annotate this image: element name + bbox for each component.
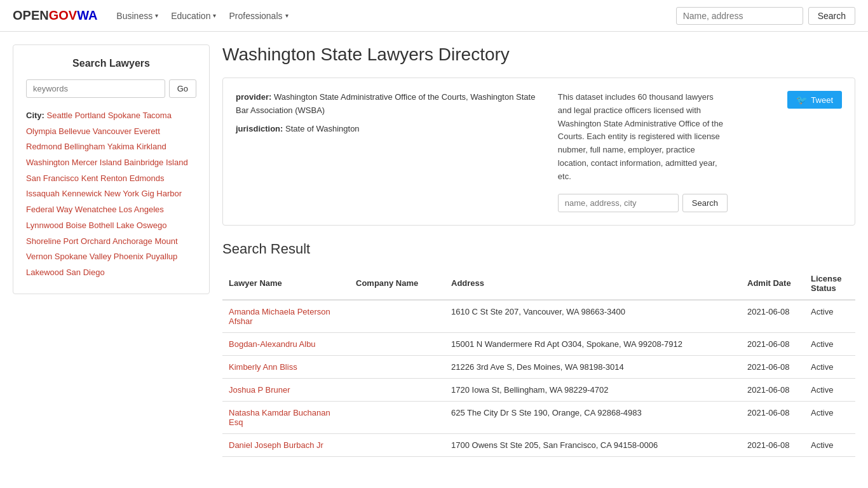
education-dropdown-icon: ▾	[213, 12, 216, 19]
table-row: Natasha Kamdar Buchanan Esq625 The City …	[222, 401, 855, 433]
city-link[interactable]: Washington	[26, 158, 69, 167]
description-text: This dataset includes 60 thousand lawyer…	[558, 91, 728, 184]
license-status-cell: Active	[804, 378, 855, 401]
nav-links: Business ▾ Education ▾ Professionals ▾	[116, 11, 675, 21]
col-header-name: Lawyer Name	[222, 268, 349, 300]
company-name-cell	[349, 355, 445, 378]
brand-open: OPEN	[13, 8, 49, 22]
company-name-cell	[349, 401, 445, 433]
city-link[interactable]: Kennewick	[62, 189, 102, 198]
nav-business[interactable]: Business ▾	[116, 11, 158, 21]
city-link[interactable]: Los Angeles	[119, 205, 164, 214]
col-header-company: Company Name	[349, 268, 445, 300]
lawyer-name-link[interactable]: Kimberly Ann Bliss	[229, 362, 297, 372]
go-button[interactable]: Go	[169, 79, 196, 98]
city-link[interactable]: Bellingham	[64, 142, 105, 151]
col-header-address: Address	[445, 268, 741, 300]
nav-business-label: Business	[116, 11, 153, 21]
city-link[interactable]: Phoenix	[114, 252, 144, 261]
city-link[interactable]: San Francisco	[26, 173, 79, 183]
provider-label: provider:	[236, 92, 271, 102]
main-layout: Search Lawyers Go City: Seattle Portland…	[0, 32, 868, 470]
city-link[interactable]: Anchorage	[112, 236, 153, 246]
city-link[interactable]: Mercer Island	[72, 158, 122, 167]
city-link[interactable]: Yakima	[107, 142, 134, 151]
tweet-button[interactable]: 🐦 Tweet	[787, 91, 842, 109]
jurisdiction-label: jurisdiction:	[236, 124, 283, 133]
brand-logo[interactable]: OPENGOVWA	[13, 8, 97, 23]
info-card: provider: Washington State Administrativ…	[222, 78, 855, 226]
lawyer-name-cell: Kimberly Ann Bliss	[222, 355, 349, 378]
city-link[interactable]: Gig Harbor	[141, 189, 182, 198]
city-link[interactable]: Port Orchard	[64, 236, 111, 246]
city-link[interactable]: Everett	[134, 126, 160, 136]
table-row: Kimberly Ann Bliss21226 3rd Ave S, Des M…	[222, 355, 855, 378]
city-link[interactable]: Spokane	[108, 111, 140, 120]
city-link[interactable]: Puyallup	[146, 252, 177, 261]
lawyer-name-link[interactable]: Joshua P Bruner	[229, 385, 290, 395]
city-link[interactable]: Seattle	[47, 111, 72, 120]
city-label: City:	[26, 111, 44, 120]
city-link[interactable]: Portland	[75, 111, 105, 120]
result-table: Lawyer Name Company Name Address Admit D…	[222, 268, 855, 457]
info-right: 🐦 Tweet	[740, 91, 842, 109]
lawyer-name-cell: Joshua P Bruner	[222, 378, 349, 401]
city-link[interactable]: Vancouver	[93, 126, 132, 136]
city-link[interactable]: Bellevue	[58, 126, 90, 136]
city-link[interactable]: San Diego	[66, 268, 105, 277]
admit-date-cell: 2021-06-08	[741, 300, 804, 333]
nav-search-button[interactable]: Search	[808, 7, 855, 25]
city-link[interactable]: Kirkland	[137, 142, 166, 151]
city-link[interactable]: Wenatchee	[75, 205, 117, 214]
city-link[interactable]: Bothell	[89, 220, 114, 230]
license-status-cell: Active	[804, 433, 855, 456]
nav-search-area: Search	[676, 7, 855, 25]
city-link[interactable]: Edmonds	[130, 173, 165, 183]
city-link[interactable]: Bainbridge Island	[124, 158, 187, 167]
provider-value: Washington State Administrative Office o…	[236, 92, 535, 115]
license-status-cell: Active	[804, 355, 855, 378]
address-cell: 21226 3rd Ave S, Des Moines, WA 98198-30…	[445, 355, 741, 378]
city-link[interactable]: New York	[104, 189, 139, 198]
navbar: OPENGOVWA Business ▾ Education ▾ Profess…	[0, 0, 868, 32]
result-section-title: Search Result	[222, 241, 855, 257]
keyword-row: Go	[26, 79, 196, 98]
city-link[interactable]: Boise	[65, 220, 86, 230]
lawyer-name-link[interactable]: Daniel Joseph Burbach Jr	[229, 440, 323, 450]
table-header-row: Lawyer Name Company Name Address Admit D…	[222, 268, 855, 300]
admit-date-cell: 2021-06-08	[741, 378, 804, 401]
nav-professionals[interactable]: Professionals ▾	[229, 11, 288, 21]
lawyer-name-link[interactable]: Bogdan-Alexandru Albu	[229, 339, 316, 349]
lawyer-name-link[interactable]: Natasha Kamdar Buchanan Esq	[229, 408, 330, 427]
admit-date-cell: 2021-06-08	[741, 433, 804, 456]
city-link[interactable]: Olympia	[26, 126, 57, 136]
city-link[interactable]: Lake Oswego	[116, 220, 167, 230]
admit-date-cell: 2021-06-08	[741, 332, 804, 355]
nav-education[interactable]: Education ▾	[171, 11, 216, 21]
content: Washington State Lawyers Directory provi…	[222, 44, 855, 457]
city-link[interactable]: Shoreline	[26, 236, 61, 246]
city-link[interactable]: Redmond	[26, 142, 62, 151]
nav-search-input[interactable]	[676, 7, 803, 25]
city-link[interactable]: Spokane Valley	[55, 252, 111, 261]
col-header-status: License Status	[804, 268, 855, 300]
lawyer-name-link[interactable]: Amanda Michaela Peterson Afshar	[229, 307, 330, 326]
keyword-input[interactable]	[26, 79, 165, 98]
city-link[interactable]: Lynnwood	[26, 220, 64, 230]
city-link[interactable]: Issaquah	[26, 189, 60, 198]
city-link[interactable]: Lakewood	[26, 268, 64, 277]
info-search-input[interactable]	[558, 194, 679, 212]
city-link[interactable]: Kent	[81, 173, 98, 183]
info-search-button[interactable]: Search	[682, 194, 728, 212]
license-status-cell: Active	[804, 300, 855, 333]
city-link[interactable]: Tacoma	[142, 111, 172, 120]
info-description: This dataset includes 60 thousand lawyer…	[558, 91, 728, 212]
city-link[interactable]: Renton	[100, 173, 127, 183]
company-name-cell	[349, 378, 445, 401]
company-name-cell	[349, 300, 445, 333]
business-dropdown-icon: ▾	[155, 12, 158, 19]
address-cell: 1720 Iowa St, Bellingham, WA 98229-4702	[445, 378, 741, 401]
city-link[interactable]: Federal Way	[26, 205, 72, 214]
city-section: City: Seattle Portland Spokane Tacoma Ol…	[26, 108, 196, 281]
page-title: Washington State Lawyers Directory	[222, 44, 855, 65]
